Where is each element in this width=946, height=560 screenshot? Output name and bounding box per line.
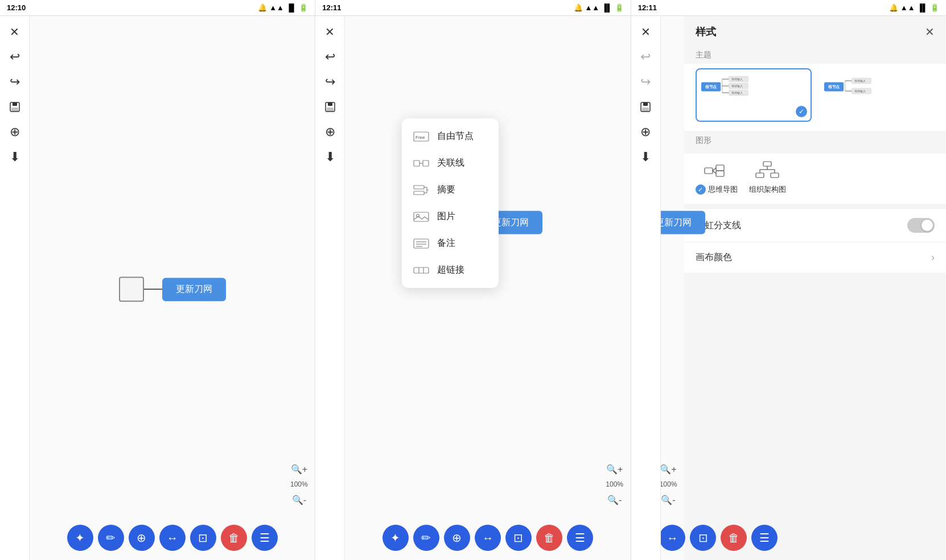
node-connector-1: 更新刀网 (119, 277, 226, 302)
canvas-3[interactable]: 更新刀网 🔍+ 100% 🔍- ✦ ✏ ⊕ ↔ ⊡ 🗑 ☰ (661, 16, 684, 560)
svg-rect-5 (327, 108, 334, 112)
close-button-3[interactable]: ✕ (634, 20, 657, 43)
note-label: 备注 (437, 237, 455, 249)
zoom-out-2[interactable]: 🔍- (606, 491, 624, 509)
add-button-2[interactable]: ⊕ (319, 121, 342, 143)
bottom-toolbar-1: ✦ ✏ ⊕ ↔ ⊡ 🗑 ☰ (67, 525, 278, 551)
signal-icon-2: ▐▌ (602, 3, 612, 12)
tool-btn-select-3[interactable]: ⊡ (690, 525, 716, 551)
menu-item-link[interactable]: 关联线 (402, 150, 499, 176)
status-icons-2: 🔔 ▲▲ ▐▌ 🔋 (574, 3, 624, 12)
svg-rect-23 (414, 267, 429, 273)
zoom-in-3[interactable]: 🔍+ (659, 460, 677, 478)
svg-rect-28 (642, 108, 649, 112)
svg-text:等待输入: 等待输入 (731, 77, 743, 81)
canvas-color-row[interactable]: 画布颜色 › (684, 242, 946, 273)
svg-rect-50 (716, 171, 724, 176)
tool-btn-menu-2[interactable]: ☰ (567, 525, 593, 551)
add-button-1[interactable]: ⊕ (3, 121, 26, 143)
undo-button-3[interactable]: ↩ (634, 46, 657, 68)
svg-rect-56 (756, 173, 764, 178)
tool-btn-move-2[interactable]: ↔ (475, 525, 501, 551)
undo-button-2[interactable]: ↩ (319, 46, 342, 68)
close-button-1[interactable]: ✕ (3, 20, 26, 43)
redo-button-3[interactable]: ↪ (634, 71, 657, 93)
notification-icon-3: 🔔 (889, 3, 898, 12)
status-icons-1: 🔔 ▲▲ ▐▌ 🔋 (258, 3, 308, 12)
mindmap-1: 更新刀网 (119, 277, 226, 302)
svg-rect-46 (705, 168, 713, 174)
mindmap-check-row: ✓ 思维导图 (696, 184, 738, 195)
tool-btn-add-1[interactable]: ⊕ (129, 525, 155, 551)
svg-rect-4 (328, 102, 332, 106)
theme-card-2[interactable]: 根节点 等待输入 等待输入 (819, 68, 935, 122)
shape-option-mindmap[interactable]: ✓ 思维导图 (696, 160, 738, 195)
status-bar-2: 12:11 🔔 ▲▲ ▐▌ 🔋 (315, 0, 630, 16)
mindmap-shape-icon (704, 160, 730, 181)
panel-3: ✕ ↩ ↪ ⊕ ⬇ 更新刀网 🔍+ 100% 🔍- ✦ ✏ ⊕ ↔ (631, 16, 946, 560)
menu-item-summary[interactable]: 摘要 (402, 176, 499, 203)
tool-btn-move-3[interactable]: ↔ (659, 525, 685, 551)
menu-item-free-node[interactable]: Free 自由节点 (402, 123, 499, 150)
tool-btn-magic-2[interactable]: ✦ (382, 525, 409, 551)
style-panel: 样式 ✕ 主题 根节点 (684, 16, 946, 560)
image-icon (413, 211, 429, 223)
tool-btn-delete-1[interactable]: 🗑 (221, 525, 247, 551)
tool-btn-move-1[interactable]: ↔ (159, 525, 186, 551)
save-button-2[interactable] (319, 96, 342, 118)
zoom-out-3[interactable]: 🔍- (659, 491, 677, 509)
redo-button-1[interactable]: ↪ (3, 71, 26, 93)
close-button-2[interactable]: ✕ (319, 20, 342, 43)
tool-btn-menu-3[interactable]: ☰ (751, 525, 778, 551)
link-icon (413, 158, 429, 169)
status-bars: 12:10 🔔 ▲▲ ▐▌ 🔋 12:11 🔔 ▲▲ ▐▌ 🔋 12:11 🔔 … (0, 0, 946, 16)
zoom-in-2[interactable]: 🔍+ (606, 460, 624, 478)
style-panel-header: 样式 ✕ (684, 16, 946, 46)
save-button-3[interactable] (634, 96, 657, 118)
zoom-pct-2: 100% (606, 480, 623, 488)
menu-item-note[interactable]: 备注 (402, 230, 499, 257)
theme-check-1: ✓ (796, 106, 807, 117)
canvas-color-arrow-icon: › (931, 252, 935, 263)
add-button-3[interactable]: ⊕ (634, 121, 657, 143)
tool-btn-edit-1[interactable]: ✏ (98, 525, 124, 551)
canvas-2[interactable]: 更新刀网 Free 自由节点 关联线 (345, 16, 630, 560)
download-button-1[interactable]: ⬇ (3, 146, 26, 168)
menu-item-hyperlink[interactable]: 超链接 (402, 257, 499, 283)
node-square-1[interactable] (119, 277, 144, 302)
wifi-icon: ▲▲ (269, 3, 284, 12)
tool-btn-delete-3[interactable]: 🗑 (721, 525, 747, 551)
tool-btn-select-2[interactable]: ⊡ (505, 525, 532, 551)
zoom-in-1[interactable]: 🔍+ (290, 460, 308, 478)
tool-btn-delete-2[interactable]: 🗑 (536, 525, 562, 551)
shape-option-org[interactable]: 组织架构图 (749, 160, 786, 195)
toolbar-1: ✕ ↩ ↪ ⊕ ⬇ (0, 16, 30, 560)
save-button-1[interactable] (3, 96, 26, 118)
tool-btn-menu-1[interactable]: ☰ (252, 525, 278, 551)
style-panel-close-button[interactable]: ✕ (925, 25, 935, 39)
download-button-2[interactable]: ⬇ (319, 146, 342, 168)
redo-button-2[interactable]: ↪ (319, 71, 342, 93)
tool-btn-magic-1[interactable]: ✦ (67, 525, 93, 551)
time-1: 12:10 (7, 3, 26, 12)
link-label: 关联线 (437, 157, 464, 169)
canvas-1[interactable]: 更新刀网 🔍+ 100% 🔍- ✦ ✏ ⊕ ↔ ⊡ 🗑 ☰ (30, 16, 315, 560)
panel-2: ✕ ↩ ↪ ⊕ ⬇ 更新刀网 Free 自由节点 (315, 16, 631, 560)
root-node-1[interactable]: 更新刀网 (162, 278, 226, 301)
svg-text:等待输入: 等待输入 (854, 79, 866, 83)
svg-rect-19 (414, 239, 429, 248)
rainbow-toggle[interactable] (907, 218, 935, 233)
zoom-out-1[interactable]: 🔍- (290, 491, 308, 509)
battery-icon-2: 🔋 (615, 3, 624, 12)
undo-button-1[interactable]: ↩ (3, 46, 26, 68)
svg-rect-13 (414, 191, 424, 195)
tool-btn-edit-2[interactable]: ✏ (413, 525, 439, 551)
download-button-3[interactable]: ⬇ (634, 146, 657, 168)
tool-btn-select-1[interactable]: ⊡ (190, 525, 216, 551)
menu-item-image[interactable]: 图片 (402, 203, 499, 230)
mindmap-check: ✓ (696, 184, 706, 195)
theme-card-1[interactable]: 根节点 等待输入 等待输入 (696, 68, 812, 122)
tool-btn-add-2[interactable]: ⊕ (444, 525, 470, 551)
rainbow-toggle-row: 彩虹分支线 (684, 208, 946, 242)
theme-section-label: 主题 (684, 46, 946, 64)
